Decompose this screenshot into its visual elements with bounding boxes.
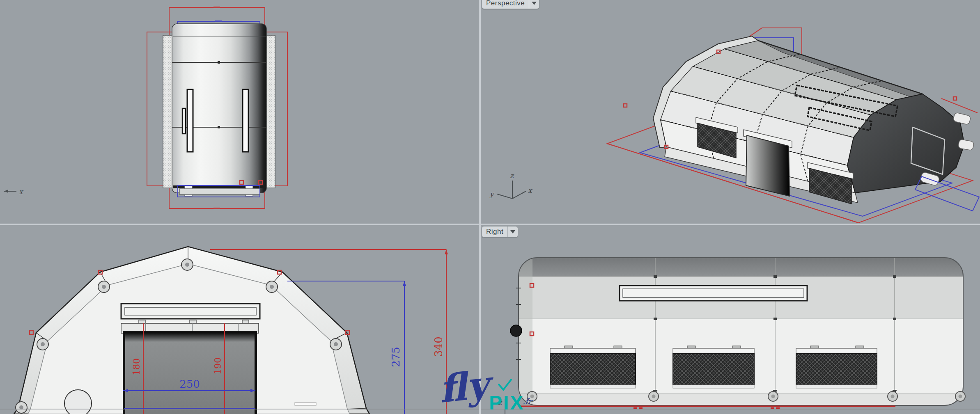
axis-y-label: y bbox=[489, 190, 495, 198]
dimension-inner-left: 180 bbox=[131, 358, 142, 375]
top-view-axis-indicator: x bbox=[4, 188, 24, 196]
viewport-right-view[interactable]: z Right bbox=[481, 225, 980, 414]
chevron-down-icon[interactable] bbox=[507, 226, 518, 237]
front-view-canvas: 340 275 180 190 250 bbox=[0, 225, 479, 414]
side-vent-strip bbox=[620, 286, 807, 301]
top-view-tent-body bbox=[163, 24, 275, 197]
dimension-total-height: 340 bbox=[432, 336, 445, 357]
front-door-opening bbox=[124, 332, 256, 414]
viewport-top-view[interactable]: x bbox=[0, 0, 479, 224]
dimension-door-width: 250 bbox=[179, 378, 200, 390]
axis-z-label: z bbox=[498, 398, 503, 407]
mesh-window-2 bbox=[673, 354, 754, 385]
right-view-canvas: z bbox=[481, 225, 980, 414]
viewport-front-view[interactable]: 340 275 180 190 250 bbox=[0, 225, 479, 414]
chevron-down-icon[interactable] bbox=[529, 0, 539, 9]
vent-port-circle bbox=[64, 390, 92, 414]
viewport-tab-right[interactable]: Right bbox=[482, 226, 518, 238]
perspective-tent-model bbox=[653, 36, 974, 204]
mesh-windows bbox=[550, 346, 877, 388]
perspective-axis-indicator: z y x bbox=[489, 172, 533, 199]
viewport-perspective-view[interactable]: z y x Perspective bbox=[481, 0, 980, 224]
right-view-axis-indicator: z bbox=[498, 398, 505, 414]
viewport-tab-label: Right bbox=[482, 228, 507, 236]
side-valve-knob bbox=[510, 325, 522, 336]
right-view-ground bbox=[481, 406, 980, 409]
door-opening bbox=[746, 135, 790, 196]
viewport-tab-label: Perspective bbox=[482, 0, 529, 7]
axis-x-label: x bbox=[528, 186, 533, 194]
axis-x-label: x bbox=[19, 188, 24, 196]
mesh-window-1 bbox=[550, 354, 636, 385]
dimension-side-height: 275 bbox=[390, 347, 402, 367]
viewport-tab-perspective[interactable]: Perspective bbox=[482, 0, 539, 9]
front-vent-strip bbox=[121, 304, 260, 319]
cad-application-window: x bbox=[0, 0, 980, 414]
axis-z-label: z bbox=[510, 172, 514, 180]
top-view-canvas: x bbox=[0, 0, 479, 224]
right-view-tent-body bbox=[510, 258, 965, 405]
mesh-window-3 bbox=[796, 354, 877, 385]
dimension-inner-right: 190 bbox=[213, 357, 223, 375]
perspective-canvas: z y x bbox=[481, 0, 980, 224]
